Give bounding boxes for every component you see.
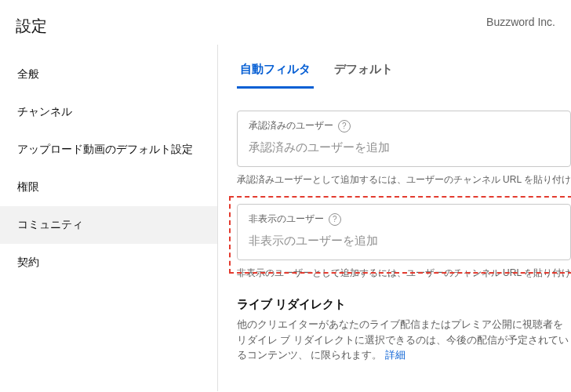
approved-hint: 承認済みユーザーとして追加するには、ユーザーのチャンネル URL を貼り付け [237, 173, 571, 187]
live-redirect-title: ライブ リダイレクト [237, 297, 571, 312]
sidebar-item-label: アップロード動画のデフォルト設定 [17, 143, 193, 155]
sidebar-item-label: コミュニティ [17, 218, 83, 230]
help-icon[interactable]: ? [338, 120, 351, 132]
hidden-placeholder: 非表示のユーザーを追加 [249, 234, 559, 249]
sidebar: 全般 チャンネル アップロード動画のデフォルト設定 権限 コミュニティ 契約 [0, 45, 218, 391]
approved-users-box[interactable]: 承認済みのユーザー ? 承認済みのユーザーを追加 [237, 111, 571, 167]
brand-label: Buzzword Inc. [486, 16, 555, 28]
approved-label: 承認済みのユーザー [249, 119, 333, 132]
sidebar-item-channel[interactable]: チャンネル [0, 93, 217, 131]
approved-label-row: 承認済みのユーザー ? [249, 119, 559, 132]
hidden-hint: 非表示のユーザーとして追加するには、ユーザーのチャンネル URL を貼り付け [237, 267, 571, 280]
header: 設定 Buzzword Inc. [0, 0, 571, 45]
hidden-users-section: 非表示のユーザー ? 非表示のユーザーを追加 非表示のユーザーとして追加するには… [237, 204, 571, 280]
sidebar-item-permissions[interactable]: 権限 [0, 169, 217, 206]
sidebar-item-general[interactable]: 全般 [0, 56, 217, 93]
tab-auto-filter[interactable]: 自動フィルタ [237, 56, 314, 89]
sidebar-item-label: 権限 [17, 180, 39, 193]
hidden-label-row: 非表示のユーザー ? [249, 212, 559, 226]
help-icon[interactable]: ? [329, 213, 341, 226]
hidden-users-box[interactable]: 非表示のユーザー ? 非表示のユーザーを追加 [237, 204, 571, 260]
sidebar-item-contract[interactable]: 契約 [0, 244, 217, 281]
sidebar-item-label: チャンネル [17, 105, 72, 118]
details-link[interactable]: 詳細 [385, 349, 406, 361]
hidden-label: 非表示のユーザー [249, 212, 324, 226]
sidebar-item-upload-defaults[interactable]: アップロード動画のデフォルト設定 [0, 131, 217, 169]
sidebar-item-label: 契約 [17, 256, 39, 268]
page-title: 設定 [16, 16, 47, 37]
main-container: 全般 チャンネル アップロード動画のデフォルト設定 権限 コミュニティ 契約 自… [0, 45, 571, 391]
sidebar-item-community[interactable]: コミュニティ [0, 206, 217, 244]
live-redirect-desc: 他のクリエイターがあなたのライブ配信またはプレミア公開に視聴者をリダイレ ブ リ… [237, 317, 571, 363]
sidebar-item-label: 全般 [17, 67, 39, 80]
tabs: 自動フィルタ デフォルト [237, 56, 571, 89]
content: 自動フィルタ デフォルト 承認済みのユーザー ? 承認済みのユーザーを追加 承認… [218, 45, 571, 391]
tab-default[interactable]: デフォルト [331, 56, 396, 89]
approved-placeholder: 承認済みのユーザーを追加 [249, 140, 559, 155]
